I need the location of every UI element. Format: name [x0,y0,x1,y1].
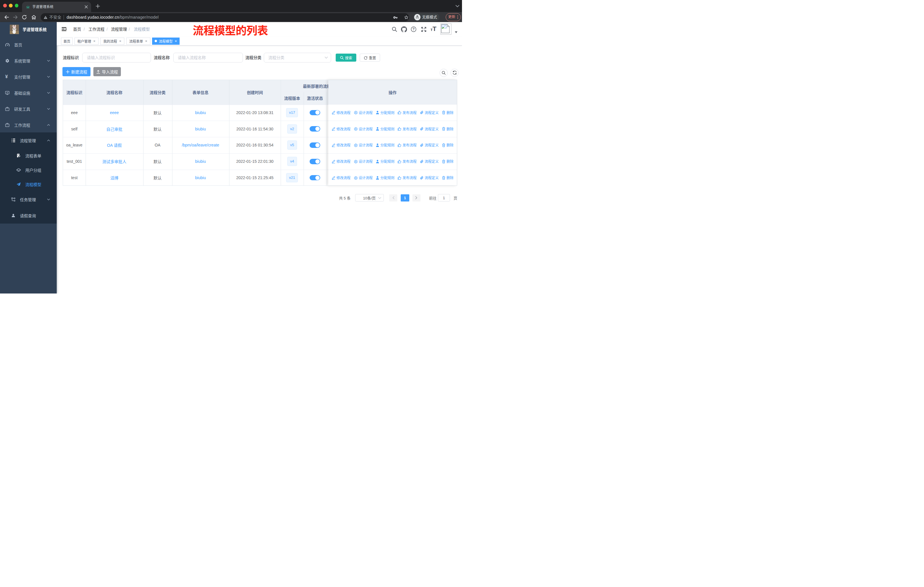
svg-text:?: ? [412,27,414,31]
